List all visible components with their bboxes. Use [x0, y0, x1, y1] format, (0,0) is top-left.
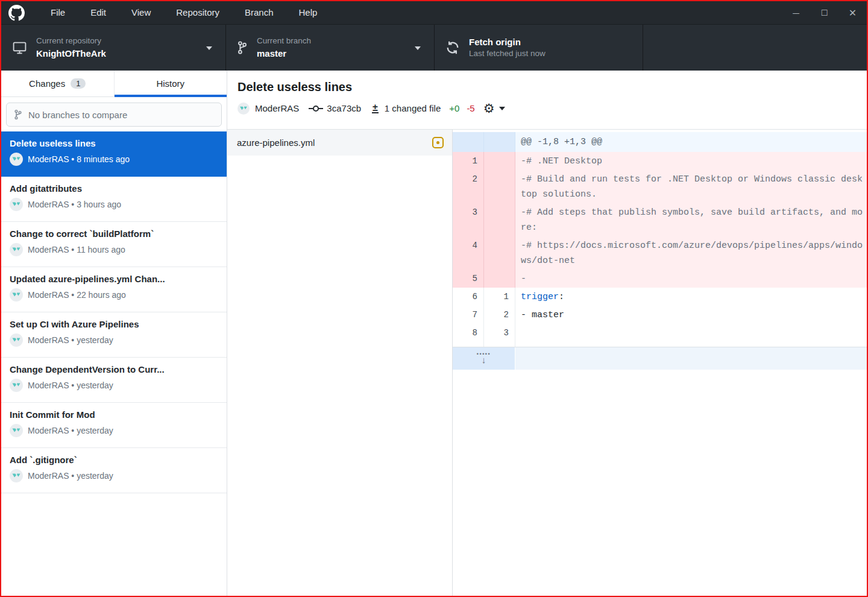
toolbar: Current repository KnightOfTheArk Curren…	[1, 24, 867, 71]
git-branch-icon	[13, 109, 23, 120]
commit-history-list: Delete useless lines ModerRAS • 8 minute…	[1, 131, 227, 596]
diff-line: 5-	[453, 270, 867, 288]
diff-line: 3-# Add steps that publish symbols, save…	[453, 203, 867, 236]
changed-files-count: 1 changed file	[385, 103, 441, 113]
menu-item-help[interactable]: Help	[286, 1, 330, 24]
diff-table: @@ -1,8 +1,3 @@ 1-# .NET Desktop2-# Buil…	[453, 132, 867, 347]
sidebar: Changes 1 History Delete useless lines	[1, 71, 227, 596]
additions-count: +0	[449, 103, 459, 113]
commit-list-item[interactable]: Updated azure-pipelines.yml Chan... Mode…	[1, 267, 227, 312]
old-line-number: 4	[453, 236, 484, 270]
minimize-button[interactable]: ─	[782, 1, 810, 24]
old-line-number: 2	[453, 170, 484, 203]
commit-list-item[interactable]: Set up CI with Azure Pipelines ModerRAS …	[1, 312, 227, 358]
commit-item-meta-text: ModerRAS • yesterday	[28, 335, 113, 345]
commit-item-title: Set up CI with Azure Pipelines	[10, 319, 218, 329]
changed-files-list: azure-pipelines.yml	[227, 130, 453, 596]
maximize-button[interactable]: ☐	[810, 1, 838, 24]
commit-title: Delete useless lines	[237, 80, 867, 94]
tab-history-label: History	[156, 78, 184, 89]
arrow-down-icon: ↓	[481, 356, 486, 365]
old-line-number: 8	[453, 324, 484, 347]
commit-list-item[interactable]: Change to correct `buildPlatform` ModerR…	[1, 222, 227, 267]
current-branch-label: Current branch	[257, 36, 311, 47]
window-controls: ─ ☐ ✕	[782, 1, 867, 24]
app-window: FileEditViewRepositoryBranchHelp ─ ☐ ✕ C…	[0, 0, 868, 597]
sidebar-tabs: Changes 1 History	[1, 71, 227, 97]
fetch-origin-button[interactable]: Fetch origin Last fetched just now	[435, 25, 643, 71]
fetch-origin-title: Fetch origin	[469, 36, 546, 48]
diff-line-content: -# .NET Desktop	[515, 152, 867, 170]
github-logo-icon	[8, 5, 25, 21]
commit-item-title: Change DependentVersion to Curr...	[10, 364, 218, 374]
hunk-header-text: @@ -1,8 +1,3 @@	[515, 132, 867, 152]
commit-item-title: Updated azure-pipelines.yml Chan...	[10, 274, 218, 284]
menu-item-file[interactable]: File	[38, 1, 78, 24]
commit-item-meta-text: ModerRAS • 3 hours ago	[28, 200, 121, 209]
chevron-down-icon	[206, 46, 212, 50]
gear-icon[interactable]: ⚙	[483, 102, 495, 115]
diff-line-content: -# https://docs.microsoft.com/azure/devo…	[515, 236, 867, 270]
diff-line-content	[515, 324, 867, 347]
avatar	[10, 333, 23, 347]
git-branch-icon	[237, 40, 248, 55]
chevron-down-icon	[415, 46, 421, 50]
avatar	[10, 243, 23, 256]
diff-line-content: -	[515, 270, 867, 288]
chevron-down-icon[interactable]	[499, 107, 505, 110]
main-panel: Delete useless lines ModerRAS 3ca73cb	[227, 71, 867, 596]
branch-filter-area	[1, 97, 227, 131]
branch-compare-input[interactable]	[28, 110, 215, 120]
expand-down-button[interactable]: ••••• ↓	[477, 352, 491, 365]
commit-item-title: Add `.gitignore`	[10, 455, 218, 465]
diff-line-content: - master	[515, 306, 867, 324]
file-name: azure-pipelines.yml	[237, 137, 315, 148]
current-repository-button[interactable]: Current repository KnightOfTheArk	[1, 25, 226, 71]
commit-list-item[interactable]: Init Commit for Mod ModerRAS • yesterday	[1, 403, 227, 448]
current-branch-button[interactable]: Current branch master	[226, 25, 435, 71]
menu-item-repository[interactable]: Repository	[163, 1, 232, 24]
diff-stat-icon: ±	[372, 103, 379, 113]
avatar	[10, 379, 23, 392]
new-line-number: 3	[484, 324, 515, 347]
branch-compare-box[interactable]	[6, 103, 222, 127]
commit-list-item[interactable]: Add gitattributes ModerRAS • 3 hours ago	[1, 177, 227, 222]
commit-list-item[interactable]: Add `.gitignore` ModerRAS • yesterday	[1, 448, 227, 493]
commit-list-item[interactable]: Change DependentVersion to Curr... Moder…	[1, 358, 227, 403]
avatar	[10, 469, 23, 482]
current-branch-value: master	[257, 47, 311, 60]
commit-sha-group[interactable]: 3ca73cb	[309, 103, 361, 113]
diff-line: 61trigger:	[453, 288, 867, 306]
commit-item-meta-text: ModerRAS • yesterday	[28, 381, 113, 390]
commit-author: ModerRAS	[255, 103, 299, 113]
avatar	[10, 424, 23, 437]
file-row-selected[interactable]: azure-pipelines.yml	[227, 130, 452, 156]
commit-list-item[interactable]: Delete useless lines ModerRAS • 8 minute…	[1, 131, 227, 177]
old-line-number: 5	[453, 270, 484, 288]
new-line-number	[484, 152, 515, 170]
diff-expand-row: ••••• ↓	[453, 347, 867, 370]
sync-icon	[445, 40, 460, 55]
modified-file-icon	[432, 137, 444, 148]
commit-item-title: Delete useless lines	[10, 138, 218, 148]
current-repository-value: KnightOfTheArk	[36, 47, 106, 60]
current-repository-label: Current repository	[36, 36, 106, 47]
diff-line: 1-# .NET Desktop	[453, 152, 867, 170]
tab-history[interactable]: History	[114, 71, 227, 96]
close-button[interactable]: ✕	[838, 1, 867, 24]
new-line-number: 1	[484, 288, 515, 306]
diff-line-content: -# Build and run tests for .NET Desktop …	[515, 170, 867, 203]
menu-item-branch[interactable]: Branch	[232, 1, 286, 24]
avatar	[10, 288, 23, 302]
menu-item-view[interactable]: View	[119, 1, 163, 24]
menu-item-edit[interactable]: Edit	[78, 1, 119, 24]
fetch-origin-subtitle: Last fetched just now	[469, 48, 546, 60]
commit-item-meta-text: ModerRAS • 11 hours ago	[28, 245, 125, 254]
menu-bar: FileEditViewRepositoryBranchHelp	[38, 1, 330, 24]
tab-changes[interactable]: Changes 1	[1, 71, 114, 96]
diff-line: 72- master	[453, 306, 867, 324]
old-line-number: 3	[453, 203, 484, 236]
commit-item-title: Change to correct `buildPlatform`	[10, 229, 218, 239]
commit-item-title: Add gitattributes	[10, 183, 218, 194]
commit-item-meta-text: ModerRAS • 8 minutes ago	[28, 154, 130, 164]
